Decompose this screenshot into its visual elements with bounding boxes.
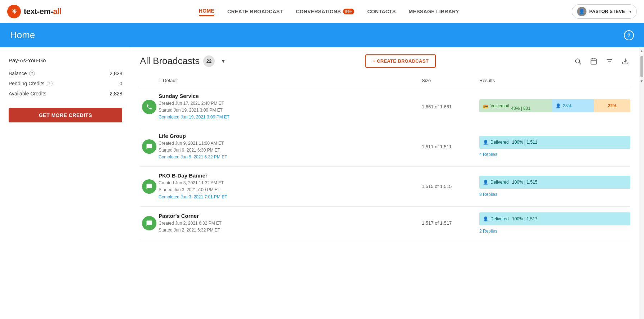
available-value: 2,828: [110, 91, 122, 96]
get-credits-button[interactable]: GET MORE CREDITS: [9, 108, 122, 122]
pending-help-icon[interactable]: ?: [47, 81, 52, 86]
logo-icon: ✳: [7, 5, 21, 18]
scroll-down-button[interactable]: ▼: [639, 77, 644, 85]
col-size-header: Size: [422, 78, 479, 83]
balance-label: Balance: [9, 71, 27, 76]
broadcasts-title: All Broadcasts: [140, 55, 200, 67]
broadcast-info: Pastor's Corner Created Jun 2, 2021 6:32…: [159, 213, 422, 234]
broadcast-size: 1,511 of 1,511: [422, 144, 479, 149]
voicemail-label: Voicemail: [490, 103, 509, 108]
delivered-bar: 👤 28%: [552, 99, 594, 112]
logo-area: ✳ text-em-all: [7, 5, 86, 18]
replies-link[interactable]: 8 Replies: [479, 192, 497, 197]
nav-conversations[interactable]: CONVERSATIONS 99+: [296, 7, 355, 16]
create-broadcast-button[interactable]: + CREATE BROADCAST: [365, 54, 436, 68]
balance-row: Balance ? 2,828: [9, 71, 122, 76]
table-row[interactable]: Sunday Service Created Jun 17, 2021 2:48…: [140, 87, 630, 127]
broadcast-name: Life Group: [159, 133, 417, 139]
nav-home[interactable]: HOME: [199, 6, 214, 16]
delivered-bar: 👤 Delivered 100% | 1,511: [479, 136, 630, 149]
calendar-button[interactable]: [589, 56, 599, 66]
delivered-label: Delivered: [490, 140, 509, 145]
nav-message-library[interactable]: MESSAGE LIBRARY: [409, 7, 459, 16]
user-chevron-icon: ▾: [629, 9, 631, 14]
search-button[interactable]: [573, 56, 583, 66]
broadcast-results: 📻 Voicemail 48% | 801 👤 28% 22%: [479, 99, 630, 114]
pending-label: Pending Credits: [9, 81, 45, 86]
result-bar: 👤 Delivered 100% | 1,511: [479, 136, 630, 149]
broadcasts-area: All Broadcasts 22 ▾ + CREATE BROADCAST: [131, 47, 639, 319]
balance-value: 2,828: [110, 71, 122, 76]
broadcast-meta: Created Jun 3, 2021 11:32 AM ET Started …: [159, 180, 417, 201]
pending-value: 0: [119, 81, 122, 86]
result-bar: 👤 Delivered 100% | 1,515: [479, 176, 630, 189]
broadcast-results: 👤 Delivered 100% | 1,511 4 Replies: [479, 136, 630, 157]
help-icon[interactable]: ?: [624, 30, 634, 40]
voicemail-icon: 📻: [483, 103, 488, 108]
filter-button[interactable]: [604, 56, 615, 66]
scroll-up-button[interactable]: ▲: [639, 47, 644, 54]
broadcast-size: 1,517 of 1,517: [422, 220, 479, 226]
nav-contacts[interactable]: CONTACTS: [367, 7, 396, 16]
broadcast-icon-phone: [142, 100, 156, 114]
voicemail-bar: 📻 Voicemail 48% | 801: [479, 99, 552, 112]
delivered-bar: 👤 Delivered 100% | 1,515: [479, 176, 630, 189]
broadcast-results: 👤 Delivered 100% | 1,515 8 Replies: [479, 176, 630, 197]
broadcast-name: Pastor's Corner: [159, 213, 417, 219]
table-row[interactable]: Life Group Created Jun 9, 2021 11:00 AM …: [140, 127, 630, 167]
delivered-pct-count: 100% | 1,515: [511, 180, 538, 185]
home-banner: Home ?: [0, 23, 644, 47]
received-bar: 22%: [594, 99, 630, 112]
broadcast-name: Sunday Service: [159, 93, 417, 99]
delivered-icon: 👤: [483, 216, 488, 221]
conversations-badge: 99+: [343, 9, 355, 14]
header: ✳ text-em-all HOME CREATE BROADCAST CONV…: [0, 0, 644, 23]
page-title: Home: [10, 30, 35, 41]
broadcast-info: Life Group Created Jun 9, 2021 11:00 AM …: [159, 133, 422, 161]
broadcast-info: PKO B-Day Banner Created Jun 3, 2021 11:…: [159, 172, 422, 201]
broadcasts-dropdown-icon[interactable]: ▾: [218, 56, 228, 66]
svg-point-0: [575, 59, 580, 63]
col-results-header: Results: [479, 78, 630, 83]
received-pct: 22%: [608, 103, 617, 108]
delivered-pct: 28%: [563, 103, 572, 108]
available-label: Available Credits: [9, 91, 46, 96]
table-row[interactable]: PKO B-Day Banner Created Jun 3, 2021 11:…: [140, 167, 630, 207]
user-menu[interactable]: 👤 PASTOR STEVE ▾: [572, 4, 637, 19]
broadcasts-header: All Broadcasts 22 ▾ + CREATE BROADCAST: [140, 54, 630, 68]
delivered-label: Delivered: [490, 180, 509, 185]
scrollbar[interactable]: ▲ ▼: [639, 47, 644, 319]
sidebar: Pay-As-You-Go Balance ? 2,828 Pending Cr…: [0, 47, 131, 319]
broadcast-info: Sunday Service Created Jun 17, 2021 2:48…: [159, 93, 422, 121]
broadcasts-count: 22: [203, 55, 215, 67]
main-nav: HOME CREATE BROADCAST CONVERSATIONS 99+ …: [86, 6, 572, 16]
replies-link[interactable]: 2 Replies: [479, 229, 497, 234]
broadcast-size: 1,661 of 1,661: [422, 104, 479, 109]
table-row[interactable]: Pastor's Corner Created Jun 2, 2021 6:32…: [140, 207, 630, 240]
broadcast-icon-message: [142, 216, 156, 230]
delivered-label: Delivered: [490, 216, 509, 221]
user-name: PASTOR STEVE: [589, 9, 625, 14]
replies-link[interactable]: 4 Replies: [479, 152, 497, 157]
col-name-label: Default: [163, 78, 178, 83]
scroll-thumb[interactable]: [640, 56, 643, 77]
delivered-icon: 👤: [556, 103, 561, 108]
broadcast-name: PKO B-Day Banner: [159, 172, 417, 179]
main-content: Pay-As-You-Go Balance ? 2,828 Pending Cr…: [0, 47, 644, 319]
broadcast-meta: Created Jun 9, 2021 11:00 AM ET Started …: [159, 140, 417, 161]
download-button[interactable]: [620, 56, 630, 66]
nav-create-broadcast[interactable]: CREATE BROADCAST: [227, 7, 283, 16]
result-bar: 📻 Voicemail 48% | 801 👤 28% 22%: [479, 99, 630, 112]
broadcast-icon-message: [142, 139, 156, 154]
pending-row: Pending Credits ? 0: [9, 81, 122, 86]
svg-line-1: [579, 62, 581, 64]
delivered-pct-count: 100% | 1,517: [511, 216, 538, 221]
plan-label: Pay-As-You-Go: [9, 57, 122, 63]
logo-text: text-em-all: [24, 7, 61, 16]
broadcast-size: 1,515 of 1,515: [422, 184, 479, 189]
balance-help-icon[interactable]: ?: [29, 71, 35, 76]
delivered-bar: 👤 Delivered 100% | 1,517: [479, 212, 630, 225]
broadcast-results: 👤 Delivered 100% | 1,517 2 Replies: [479, 212, 630, 234]
broadcast-meta: Created Jun 2, 2021 6:32 PM ET Started J…: [159, 220, 417, 234]
col-name-header: ↑ Default: [159, 78, 422, 83]
